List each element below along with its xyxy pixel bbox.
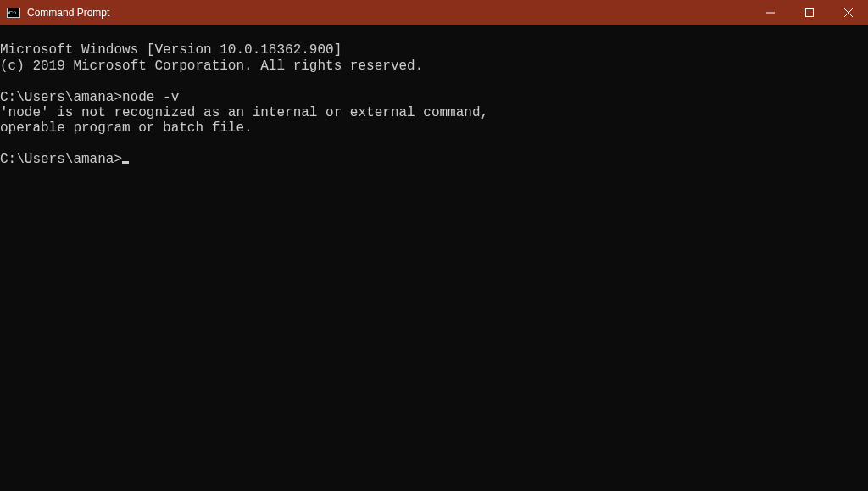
window-titlebar[interactable]: C:\ Command Prompt — [0, 0, 868, 25]
terminal-command: node -v — [122, 90, 179, 105]
terminal-output[interactable]: Microsoft Windows [Version 10.0.18362.90… — [0, 25, 868, 491]
cursor — [122, 161, 129, 164]
cmd-icon: C:\ — [7, 6, 20, 20]
window-controls — [751, 0, 868, 25]
maximize-button[interactable] — [790, 0, 829, 25]
minimize-button[interactable] — [751, 0, 790, 25]
terminal-prompt: C:\Users\amana> — [0, 152, 122, 167]
terminal-error: operable program or batch file. — [0, 120, 253, 136]
minimize-icon — [766, 8, 775, 17]
terminal-line: Microsoft Windows [Version 10.0.18362.90… — [0, 42, 342, 58]
svg-rect-3 — [806, 9, 814, 17]
close-icon — [844, 8, 853, 17]
maximize-icon — [805, 8, 814, 17]
window-title: Command Prompt — [27, 7, 109, 19]
svg-text:C:\: C:\ — [8, 9, 17, 16]
terminal-prompt: C:\Users\amana> — [0, 90, 122, 105]
titlebar-left: C:\ Command Prompt — [0, 6, 109, 20]
terminal-line: (c) 2019 Microsoft Corporation. All righ… — [0, 59, 423, 74]
close-button[interactable] — [829, 0, 868, 25]
terminal-error: 'node' is not recognized as an internal … — [0, 105, 488, 120]
